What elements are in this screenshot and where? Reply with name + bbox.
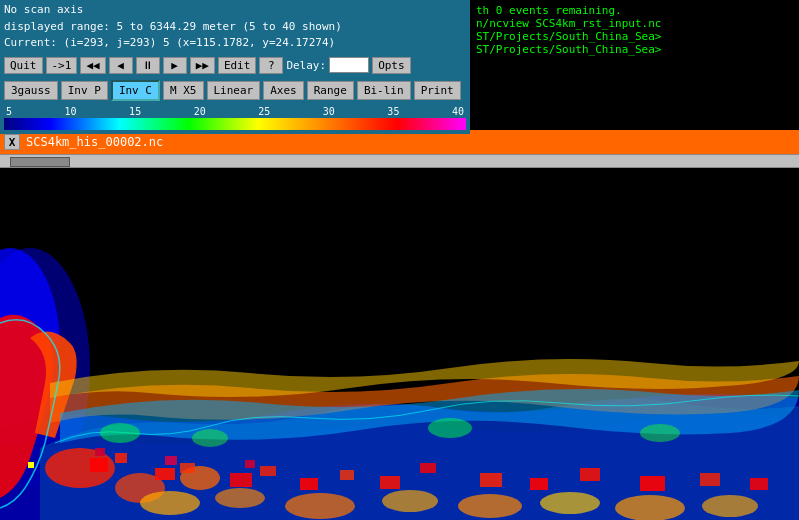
mx5-button[interactable]: M X5 <box>163 81 204 100</box>
file-titlebar: X SCS4km_his_00002.nc <box>0 130 799 154</box>
svg-point-23 <box>215 488 265 508</box>
svg-point-22 <box>140 491 200 515</box>
scale-label-10: 10 <box>65 106 77 117</box>
svg-rect-20 <box>700 473 720 486</box>
svg-rect-8 <box>155 468 175 480</box>
svg-point-27 <box>540 492 600 514</box>
heatmap-visualization <box>0 168 799 520</box>
terminal-line-3: n/ncview SCS4km_rst_input.nc <box>476 17 793 30</box>
svg-rect-14 <box>380 476 400 489</box>
edit-button[interactable]: Edit <box>218 57 257 74</box>
terminal-line-1: th 0 events remaining. <box>476 4 793 17</box>
close-window-button[interactable]: X <box>4 134 20 150</box>
scale-label-20: 20 <box>194 106 206 117</box>
scale-label-40: 40 <box>452 106 464 117</box>
svg-rect-12 <box>300 478 318 490</box>
scale-label-5: 5 <box>6 106 12 117</box>
terminal-line-4: ST/Projects/South_China_Sea> <box>476 30 793 43</box>
scan-axis-label: No scan axis <box>4 2 466 19</box>
step-back-button[interactable]: ◀ <box>109 57 133 74</box>
svg-point-35 <box>428 418 472 438</box>
svg-point-36 <box>640 424 680 442</box>
scale-labels: 5 10 15 20 25 30 35 40 <box>4 106 466 117</box>
svg-point-24 <box>285 493 355 519</box>
svg-point-25 <box>382 490 438 512</box>
svg-point-33 <box>100 423 140 443</box>
scale-label-35: 35 <box>387 106 399 117</box>
quit-button[interactable]: Quit <box>4 57 43 74</box>
svg-rect-7 <box>115 453 127 463</box>
svg-rect-32 <box>245 460 255 468</box>
svg-rect-19 <box>640 476 665 491</box>
svg-rect-18 <box>580 468 600 481</box>
skip-fwd-button[interactable]: ▶▶ <box>190 57 215 74</box>
axes-button[interactable]: Axes <box>263 81 304 100</box>
arrow-right1-button[interactable]: ->1 <box>46 57 78 74</box>
opts-button[interactable]: Opts <box>372 57 411 74</box>
svg-rect-16 <box>480 473 502 487</box>
svg-rect-11 <box>260 466 276 476</box>
svg-rect-17 <box>530 478 548 490</box>
svg-rect-10 <box>230 473 252 487</box>
svg-point-28 <box>615 495 685 520</box>
main-image-area <box>0 168 799 520</box>
svg-rect-31 <box>165 456 177 465</box>
scale-label-15: 15 <box>129 106 141 117</box>
help-button[interactable]: ? <box>259 57 283 74</box>
svg-rect-37 <box>28 462 34 468</box>
horizontal-scrollbar[interactable] <box>0 154 799 168</box>
delay-input[interactable] <box>329 57 369 73</box>
print-button[interactable]: Print <box>414 81 461 100</box>
inv-p-button[interactable]: Inv P <box>61 81 108 100</box>
scrollbar-thumb[interactable] <box>10 157 70 167</box>
heatmap-svg <box>0 168 799 520</box>
range-button[interactable]: Range <box>307 81 354 100</box>
svg-rect-30 <box>95 448 105 456</box>
inv-c-button[interactable]: Inv C <box>111 80 160 101</box>
scale-bar-container: 5 10 15 20 25 30 35 40 <box>0 104 470 134</box>
svg-point-26 <box>458 494 522 518</box>
step-fwd-button[interactable]: ▶ <box>163 57 187 74</box>
svg-rect-13 <box>340 470 354 480</box>
svg-point-34 <box>192 429 228 447</box>
bi-lin-button[interactable]: Bi-lin <box>357 81 411 100</box>
linear-button[interactable]: Linear <box>207 81 261 100</box>
terminal-panel: th 0 events remaining. n/ncview SCS4km_r… <box>470 0 799 130</box>
delay-label: Delay: <box>286 59 326 72</box>
current-pos-label: Current: (i=293, j=293) 5 (x=115.1782, y… <box>4 35 466 52</box>
svg-rect-15 <box>420 463 436 473</box>
file-title: SCS4km_his_00002.nc <box>26 135 163 149</box>
svg-rect-9 <box>180 463 195 473</box>
displayed-range-label: displayed range: 5 to 6344.29 meter (5 t… <box>4 19 466 36</box>
info-bar: No scan axis displayed range: 5 to 6344.… <box>0 0 470 54</box>
svg-rect-21 <box>750 478 768 490</box>
pause-button[interactable]: ⏸ <box>136 57 160 74</box>
control-panel: No scan axis displayed range: 5 to 6344.… <box>0 0 470 134</box>
svg-point-29 <box>702 495 758 517</box>
gauss3-button[interactable]: 3gauss <box>4 81 58 100</box>
terminal-line-6: ST/Projects/South_China_Sea> <box>476 43 793 56</box>
scale-label-30: 30 <box>323 106 335 117</box>
color-scale-bar <box>4 118 466 130</box>
buttons-row: 3gauss Inv P Inv C M X5 Linear Axes Rang… <box>0 77 470 104</box>
skip-back-button[interactable]: ◀◀ <box>80 57 105 74</box>
scale-label-25: 25 <box>258 106 270 117</box>
svg-rect-6 <box>90 458 108 472</box>
controls-row: Quit ->1 ◀◀ ◀ ⏸ ▶ ▶▶ Edit ? Delay: Opts <box>0 54 470 77</box>
